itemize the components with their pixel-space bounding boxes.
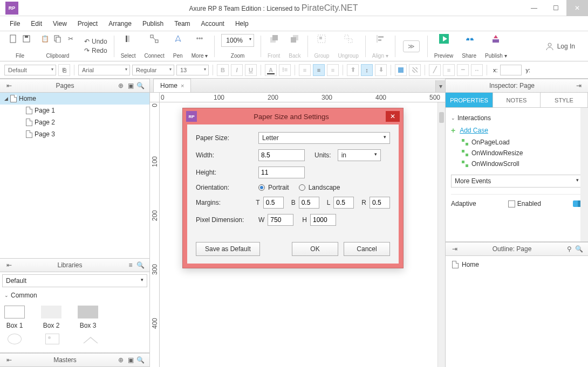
right-collapse-icon[interactable]: ⇥: [574, 81, 584, 91]
tree-item-page1[interactable]: Page 1: [0, 105, 149, 116]
undo-button[interactable]: ↶Undo: [84, 38, 107, 45]
opacity-button[interactable]: [409, 64, 421, 76]
lib-item-box3[interactable]: Box 3: [78, 306, 98, 329]
cut-icon[interactable]: ✂: [66, 34, 76, 44]
library-menu-icon[interactable]: ≡: [126, 260, 135, 270]
event-onwindowresize[interactable]: OnWindowResize: [451, 148, 583, 158]
line-tool-button[interactable]: ╱: [429, 64, 441, 76]
lib-item-ellipse[interactable]: [8, 334, 22, 344]
interactions-section[interactable]: ⌄Interactions: [451, 112, 583, 124]
margin-t-input[interactable]: [263, 197, 284, 209]
menu-help[interactable]: Help: [231, 18, 253, 30]
select-tool-icon[interactable]: [124, 34, 133, 44]
menu-project[interactable]: Project: [73, 18, 102, 30]
add-master-folder-icon[interactable]: ▣: [126, 355, 135, 365]
search-outline-icon[interactable]: 🔍: [574, 244, 584, 254]
style-select[interactable]: Default: [4, 65, 56, 75]
zoom-select[interactable]: 100%: [221, 34, 254, 47]
back-icon[interactable]: [290, 34, 299, 44]
menu-team[interactable]: Team: [170, 18, 194, 30]
outline-item-home[interactable]: Home: [449, 259, 585, 270]
search-libraries-icon[interactable]: 🔍: [135, 260, 145, 270]
more-tool-icon[interactable]: •••: [195, 34, 204, 44]
pixel-h-input[interactable]: [310, 214, 336, 226]
paper-size-select[interactable]: Letter: [258, 132, 390, 144]
lib-item-box1[interactable]: Box 1: [4, 306, 25, 329]
right-collapse-icon[interactable]: ⇥: [450, 244, 460, 254]
library-select[interactable]: Default: [2, 274, 147, 287]
pen-tool-icon[interactable]: [173, 34, 183, 44]
menu-view[interactable]: View: [49, 18, 71, 30]
size-select[interactable]: 13: [176, 65, 209, 75]
x-input[interactable]: [500, 65, 522, 75]
add-case-button[interactable]: +Add Case: [451, 124, 583, 137]
tree-item-home[interactable]: ◢ Home: [0, 93, 149, 105]
landscape-radio[interactable]: [299, 184, 305, 191]
tree-item-page2[interactable]: Page 2: [0, 116, 149, 128]
ungroup-icon[interactable]: [344, 34, 353, 44]
font-select[interactable]: Arial: [78, 65, 130, 75]
menu-edit[interactable]: Edit: [26, 18, 46, 30]
new-file-icon[interactable]: [9, 34, 18, 44]
width-input[interactable]: [258, 149, 305, 161]
valign-middle-button[interactable]: ↕: [361, 64, 373, 76]
connect-tool-icon[interactable]: [149, 34, 159, 44]
align-right-button[interactable]: ≡: [327, 64, 339, 76]
close-tab-icon[interactable]: ×: [181, 82, 184, 89]
units-select[interactable]: in: [338, 149, 381, 161]
preview-icon[interactable]: [439, 34, 449, 44]
lib-item-image[interactable]: [45, 334, 59, 344]
copy-icon[interactable]: [53, 34, 63, 44]
arrow-button[interactable]: ↔: [471, 64, 483, 76]
valign-bottom-button[interactable]: ⬇: [375, 64, 387, 76]
pixel-w-input[interactable]: [268, 214, 293, 226]
search-masters-icon[interactable]: 🔍: [135, 355, 145, 365]
tab-dropdown-icon[interactable]: ▾: [435, 80, 445, 92]
additional-text-button[interactable]: ⁝≡: [279, 64, 291, 76]
event-onwindowscroll[interactable]: OnWindowScroll: [451, 158, 583, 169]
menu-account[interactable]: Account: [197, 18, 229, 30]
add-master-icon[interactable]: ⊕: [116, 355, 126, 365]
valign-top-button[interactable]: ⬆: [347, 64, 359, 76]
align-icon[interactable]: [375, 34, 385, 44]
italic-button[interactable]: I: [231, 64, 243, 76]
height-input[interactable]: [258, 167, 305, 178]
portrait-radio[interactable]: [258, 184, 265, 191]
search-pages-icon[interactable]: 🔍: [135, 81, 145, 91]
align-center-button[interactable]: ≡: [313, 64, 325, 76]
cancel-button[interactable]: Cancel: [344, 242, 390, 256]
enabled-checkbox[interactable]: [508, 200, 515, 207]
inspector-scrollbar[interactable]: [580, 108, 588, 241]
left-collapse-icon[interactable]: ⇤: [4, 81, 14, 91]
tab-notes[interactable]: NOTES: [493, 93, 541, 107]
menu-arrange[interactable]: Arrange: [104, 18, 136, 30]
underline-button[interactable]: U: [245, 64, 257, 76]
add-folder-icon[interactable]: ▣: [126, 81, 135, 91]
menu-file[interactable]: File: [5, 18, 24, 30]
paste-icon[interactable]: 📋: [40, 34, 50, 44]
bold-button[interactable]: B: [217, 64, 229, 76]
close-button[interactable]: ✕: [566, 0, 588, 16]
tab-home[interactable]: Home ×: [153, 79, 191, 92]
library-section-common[interactable]: ⌄Common: [0, 289, 149, 301]
margin-l-input[interactable]: [333, 197, 354, 209]
group-icon[interactable]: [317, 34, 326, 44]
more-events-select[interactable]: More Events: [451, 175, 583, 188]
margin-r-input[interactable]: [370, 197, 390, 209]
save-default-button[interactable]: Save as Default: [196, 242, 260, 256]
text-color-button[interactable]: A: [265, 64, 277, 76]
filter-outline-icon[interactable]: ⚲: [564, 244, 574, 254]
fill-color-button[interactable]: [395, 64, 407, 76]
style-paint-icon[interactable]: ⎘: [58, 64, 70, 76]
lib-item-placeholder[interactable]: [83, 334, 98, 343]
toolbar-overflow-button[interactable]: ≫: [403, 40, 420, 52]
add-page-icon[interactable]: ⊕: [116, 81, 126, 91]
weight-select[interactable]: Regular: [132, 65, 174, 75]
dialog-close-button[interactable]: ✕: [386, 111, 400, 122]
line-width-button[interactable]: ≡: [443, 64, 455, 76]
left-collapse-icon[interactable]: ⇤: [4, 260, 14, 270]
redo-button[interactable]: ↷Redo: [84, 47, 107, 54]
lib-item-box2[interactable]: Box 2: [41, 306, 61, 329]
event-onpageload[interactable]: OnPageLoad: [451, 137, 583, 148]
ok-button[interactable]: OK: [292, 242, 338, 256]
